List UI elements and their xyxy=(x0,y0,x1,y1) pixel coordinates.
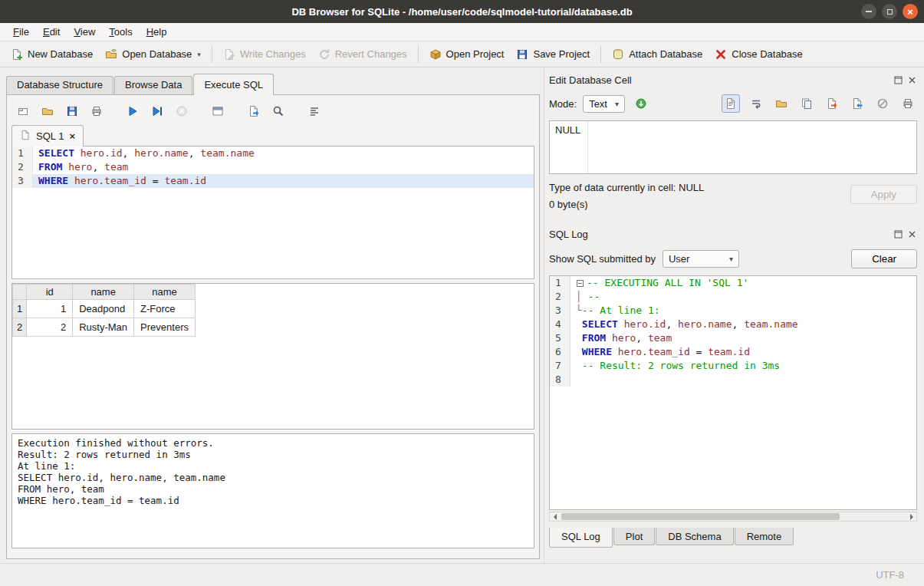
code-line: 6 WHERE hero.team_id = team.id xyxy=(550,345,916,359)
scroll-left-icon[interactable] xyxy=(550,512,560,521)
format-icon[interactable] xyxy=(304,101,324,121)
find-replace-icon[interactable] xyxy=(268,101,288,121)
attach-database-button[interactable]: Attach Database xyxy=(606,44,709,64)
column-header[interactable]: name xyxy=(73,285,134,300)
clear-button[interactable]: Clear xyxy=(851,249,917,268)
menu-help[interactable]: Help xyxy=(140,24,174,40)
export-cell-icon[interactable] xyxy=(823,94,841,113)
execute-line-icon[interactable] xyxy=(147,101,167,121)
table-cell[interactable]: 2 xyxy=(27,318,73,337)
minimize-icon[interactable] xyxy=(861,4,876,19)
new-database-button[interactable]: New Database xyxy=(5,44,99,64)
horizontal-scrollbar[interactable] xyxy=(549,512,917,522)
maximize-icon[interactable] xyxy=(882,4,897,19)
stop-icon xyxy=(172,101,192,121)
column-header[interactable]: name xyxy=(134,285,196,300)
cell-editor[interactable]: NULL xyxy=(549,120,917,174)
close-database-button[interactable]: Close Database xyxy=(709,44,809,64)
line-number: 1 xyxy=(550,276,571,290)
print-icon[interactable] xyxy=(87,101,107,121)
scroll-right-icon[interactable] xyxy=(906,512,916,521)
mode-label: Mode: xyxy=(549,98,577,110)
open-database-button[interactable]: Open Database▾ xyxy=(99,44,207,64)
dock-tab-remote[interactable]: Remote xyxy=(735,528,794,545)
filter-label: Show SQL submitted by xyxy=(549,253,656,265)
dock-float-icon[interactable] xyxy=(893,75,903,85)
submitter-select[interactable]: User ▾ xyxy=(663,250,739,268)
tab-execute-sql[interactable]: Execute SQL xyxy=(193,74,274,95)
row-header[interactable]: 2 xyxy=(13,318,27,337)
set-null-icon[interactable] xyxy=(873,94,892,113)
dock-float-icon[interactable] xyxy=(893,229,903,239)
open-database-icon xyxy=(105,48,117,61)
corner-header[interactable] xyxy=(13,285,27,300)
cell-type-info: Type of data currently in cell: NULL xyxy=(549,182,704,193)
copy-cell-icon[interactable] xyxy=(797,94,816,113)
menu-view[interactable]: View xyxy=(67,24,102,40)
import-format-icon[interactable] xyxy=(631,94,651,114)
sql-log-header: SQL Log xyxy=(549,226,917,242)
export-sql-icon[interactable] xyxy=(244,101,264,121)
code-line: 3WHERE hero.team_id = team.id xyxy=(12,174,534,188)
menu-edit[interactable]: Edit xyxy=(36,24,67,40)
edit-cell-toolbar xyxy=(722,94,917,113)
toolbar-button-label: Open Project xyxy=(446,48,505,60)
cell-info-row: Type of data currently in cell: NULL 0 b… xyxy=(549,182,917,216)
statusbar: UTF-8 xyxy=(0,563,924,586)
menu-file[interactable]: File xyxy=(6,24,36,40)
right-panel: Edit Database Cell Mode: Text ▾ NULL Typ… xyxy=(544,67,924,563)
menu-tools[interactable]: Tools xyxy=(102,24,139,40)
dock-tab-sql-log[interactable]: SQL Log xyxy=(549,528,613,548)
results-table[interactable]: idnamename11DeadpondZ-Force22Rusty-ManPr… xyxy=(12,284,196,337)
code-line: 5 FROM hero, team xyxy=(550,331,916,345)
table-cell[interactable]: 1 xyxy=(27,300,73,318)
new-window-icon[interactable] xyxy=(208,101,228,121)
dock-tab-db-schema[interactable]: DB Schema xyxy=(656,528,733,545)
execute-all-icon[interactable] xyxy=(123,101,143,121)
close-tab-icon[interactable]: × xyxy=(69,130,75,142)
toolbar-button-label: Revert Changes xyxy=(335,48,407,60)
table-cell[interactable]: Deadpond xyxy=(73,300,134,318)
scrollbar-thumb[interactable] xyxy=(561,513,840,520)
table-cell[interactable]: Rusty-Man xyxy=(73,318,134,337)
encoding-label: UTF-8 xyxy=(876,569,904,581)
line-number: 3 xyxy=(550,304,571,318)
sql-editor-tab[interactable]: SQL 1 × xyxy=(12,125,84,146)
dock-close-icon[interactable] xyxy=(907,229,917,239)
column-header[interactable]: id xyxy=(27,285,73,300)
tab-database-structure[interactable]: Database Structure xyxy=(6,76,113,94)
new-tab-icon[interactable] xyxy=(13,101,33,121)
titlebar[interactable]: DB Browser for SQLite - /home/user/code/… xyxy=(0,0,924,23)
open-project-button[interactable]: Open Project xyxy=(423,44,511,64)
table-cell[interactable]: Preventers xyxy=(134,318,196,337)
save-sql-icon[interactable] xyxy=(62,101,82,121)
word-wrap-icon[interactable] xyxy=(747,94,765,113)
print-cell-icon[interactable] xyxy=(899,94,917,113)
code-text: SELECT hero.id, hero.name, team.name xyxy=(33,146,534,160)
tab-browse-data[interactable]: Browse Data xyxy=(114,76,192,94)
dock-close-icon[interactable] xyxy=(907,75,917,85)
code-text xyxy=(571,373,916,387)
sql-log-view[interactable]: 1-- EXECUTING ALL IN 'SQL 1'2│ --3└-- At… xyxy=(549,275,917,510)
execution-message: Execution finished without errors. Resul… xyxy=(12,433,534,548)
table-cell[interactable]: Z-Force xyxy=(134,300,196,318)
toolbar-button-label: Open Database xyxy=(122,48,192,60)
save-project-button[interactable]: Save Project xyxy=(510,44,596,64)
text-view-icon[interactable] xyxy=(722,94,740,113)
toolbar-separator xyxy=(418,46,419,63)
row-header[interactable]: 1 xyxy=(13,300,27,318)
chevron-down-icon: ▾ xyxy=(729,255,733,263)
sql-editor[interactable]: 1SELECT hero.id, hero.name, team.name2FR… xyxy=(12,146,534,279)
code-text: SELECT hero.id, hero.name, team.name xyxy=(571,318,916,331)
open-file-icon[interactable] xyxy=(772,94,791,113)
code-line: 1SELECT hero.id, hero.name, team.name xyxy=(12,146,534,160)
open-sql-icon[interactable] xyxy=(38,101,58,121)
line-number: 6 xyxy=(550,345,571,359)
mode-select[interactable]: Text ▾ xyxy=(583,95,625,113)
apply-button[interactable]: Apply xyxy=(850,185,917,204)
close-icon[interactable]: × xyxy=(903,4,918,19)
import-cell-icon[interactable] xyxy=(848,94,866,113)
fold-collapse-icon[interactable] xyxy=(577,280,584,287)
execute-sql-pane: SQL 1 × 1SELECT hero.id, hero.name, team… xyxy=(6,94,540,559)
dock-tab-plot[interactable]: Plot xyxy=(613,528,655,545)
